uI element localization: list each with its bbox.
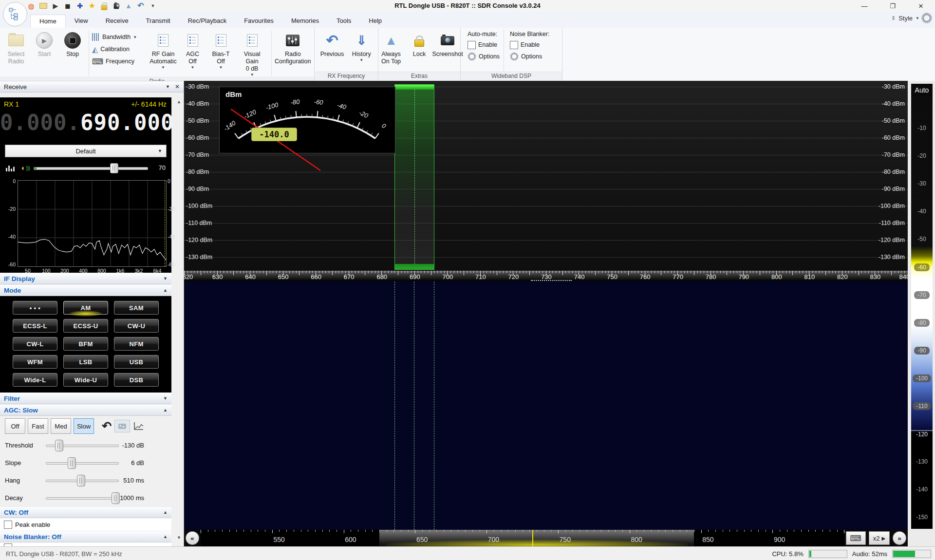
agc-button-off[interactable]: Off: [5, 418, 25, 434]
section-mode[interactable]: Mode ▲: [0, 284, 171, 296]
zoom-arrow-icon[interactable]: ▶: [881, 536, 885, 541]
mode-button-cw-l[interactable]: CW-L: [13, 337, 57, 351]
scroll-left-button[interactable]: «: [186, 531, 199, 545]
noise-blanker-enable[interactable]: Enable: [510, 39, 549, 50]
tab-rec-playback[interactable]: Rec/Playback: [179, 15, 235, 28]
stop-button[interactable]: Stop: [59, 30, 86, 77]
scroll-up-icon[interactable]: ▲: [175, 97, 183, 106]
slider-threshold[interactable]: [46, 439, 119, 451]
noise-blanker-enable-checkbox[interactable]: [510, 41, 518, 49]
equalizer-icon[interactable]: [6, 164, 16, 171]
collapse-arrow-icon[interactable]: ▼: [163, 396, 168, 401]
bias-t-button[interactable]: Bias-T Off▼: [208, 30, 234, 77]
mode-button-sam[interactable]: SAM: [114, 301, 159, 315]
radio-configuration-button[interactable]: Radio Configuration: [275, 30, 311, 77]
collapse-arrow-icon[interactable]: ▲: [163, 534, 168, 539]
mode-button-wide-u[interactable]: Wide-U: [63, 373, 108, 387]
app-menu-button[interactable]: [3, 2, 27, 26]
slider-hang[interactable]: [46, 474, 119, 486]
panel-close-icon[interactable]: ✕: [175, 83, 180, 90]
tab-favourites[interactable]: Favourites: [235, 15, 282, 28]
peak-enable-checkbox[interactable]: [4, 521, 12, 529]
mode-button-usb[interactable]: USB: [114, 355, 159, 369]
panel-collapse-icon[interactable]: ▼: [166, 84, 170, 89]
style-label[interactable]: Style: [898, 15, 913, 22]
screenshot-button[interactable]: Screenshot: [434, 30, 461, 72]
calibration-button[interactable]: ◭ Calibration: [92, 44, 147, 55]
tab-tools[interactable]: Tools: [328, 15, 360, 28]
section-agc[interactable]: AGC: Slow ▲: [0, 404, 171, 416]
mode-button-ecss-l[interactable]: ECSS-L: [13, 319, 57, 333]
waterfall-display[interactable]: [184, 281, 908, 530]
agc-button-slow[interactable]: Slow: [74, 418, 94, 434]
style-dropdown-arrow[interactable]: ▼: [916, 16, 919, 20]
signal-band[interactable]: [394, 84, 434, 270]
history-button[interactable]: ⇓ History▼: [348, 30, 374, 72]
band-overview-ruler[interactable]: 550600650700750800850900950: [201, 530, 844, 546]
keyboard-entry-button[interactable]: ⌨: [846, 531, 866, 545]
mode-button-bfm[interactable]: BFM: [63, 337, 108, 351]
minimize-button[interactable]: —: [850, 0, 879, 12]
previous-button[interactable]: ↶ Previous: [318, 30, 347, 72]
tab-home[interactable]: Home: [30, 15, 66, 28]
frequency-digits[interactable]: 0.000.690.000: [0, 110, 171, 135]
tab-transmit[interactable]: Transmit: [137, 15, 179, 28]
always-on-top-button[interactable]: ▲ Always On Top: [378, 30, 404, 72]
mode-button-nfm[interactable]: NFM: [114, 337, 159, 351]
mode-button-ecss-u[interactable]: ECSS-U: [63, 319, 108, 333]
mode-button-wfm[interactable]: WFM: [13, 355, 57, 369]
slider-decay[interactable]: [46, 492, 119, 504]
scroll-right-button[interactable]: »: [893, 531, 906, 545]
slider-thumb[interactable]: [68, 457, 76, 469]
section-noise-blanker[interactable]: Noise Blanker: Off ▲: [0, 531, 171, 542]
speaker-icon[interactable]: ◖: [20, 164, 29, 172]
agc-button-fast[interactable]: Fast: [28, 418, 48, 434]
slider-thumb[interactable]: [112, 492, 120, 504]
tab-receive[interactable]: Receive: [97, 15, 137, 28]
peak-enable-row[interactable]: Peak enable: [0, 518, 171, 531]
scroll-down-icon[interactable]: ▼: [175, 533, 183, 541]
spectrum-display[interactable]: -30 dBm-30 dBm-40 dBm-40 dBm-50 dBm-50 d…: [184, 81, 908, 271]
visual-gain-button[interactable]: Visual Gain 0 dB▼: [236, 30, 268, 77]
waterfall-colorbar[interactable]: -10-20-30-40-50-60-70-80-90-100-110-120-…: [911, 96, 933, 529]
mode-button-wide-l[interactable]: Wide-L: [13, 373, 57, 387]
tab-view[interactable]: View: [66, 15, 97, 28]
tab-memories[interactable]: Memories: [282, 15, 328, 28]
slider-slope[interactable]: [46, 457, 119, 468]
collapse-arrow-icon[interactable]: ▲: [163, 510, 168, 515]
slider-thumb[interactable]: [77, 475, 85, 486]
select-radio-button[interactable]: Select Radio: [3, 30, 29, 77]
lock-button[interactable]: Lock: [406, 30, 432, 72]
section-filter[interactable]: Filter ▼: [0, 392, 171, 404]
section-if-display[interactable]: IF Display ▼: [0, 273, 171, 284]
volume-slider[interactable]: [34, 163, 148, 172]
style-spin-icon[interactable]: ⇕: [891, 15, 896, 21]
agc-monitor-button[interactable]: [114, 420, 130, 432]
rf-gain-button[interactable]: RF Gain Automatic▼: [149, 30, 178, 77]
mode-button-dsb[interactable]: DSB: [114, 373, 159, 387]
zoom-button[interactable]: x2 ▶: [869, 531, 890, 545]
mode-button-am[interactable]: AM: [63, 301, 108, 315]
maximize-button[interactable]: ❐: [879, 0, 907, 12]
mode-button--[interactable]: • • •: [13, 301, 57, 315]
collapse-arrow-icon[interactable]: ▼: [163, 276, 168, 281]
mode-button-lsb[interactable]: LSB: [63, 355, 108, 369]
close-button[interactable]: ✕: [907, 0, 935, 12]
slider-thumb[interactable]: [55, 440, 63, 451]
agc-undo-icon[interactable]: ↶: [102, 419, 112, 433]
mode-button-cw-u[interactable]: CW-U: [114, 319, 159, 333]
agc-button-med[interactable]: Med: [51, 418, 71, 434]
settings-gear-icon[interactable]: [922, 14, 931, 22]
tab-help[interactable]: Help: [360, 15, 391, 28]
agc-button[interactable]: AGC Off▼: [180, 30, 206, 77]
frequency-display[interactable]: RX 1 +/- 6144 Hz 0.000.690.000: [0, 97, 171, 143]
auto-mute-enable-checkbox[interactable]: [468, 41, 476, 49]
profile-select[interactable]: Default ▼: [5, 145, 167, 157]
auto-scale-button[interactable]: Auto: [911, 84, 933, 96]
section-cw[interactable]: CW: Off ▲: [0, 506, 171, 518]
collapse-arrow-icon[interactable]: ▲: [163, 288, 168, 293]
panel-scrollbar[interactable]: ▲ ▼: [175, 97, 183, 541]
volume-slider-thumb[interactable]: [110, 163, 118, 173]
bandwidth-button[interactable]: Bandwidth▼: [92, 32, 147, 42]
auto-mute-options[interactable]: Options: [468, 51, 500, 62]
